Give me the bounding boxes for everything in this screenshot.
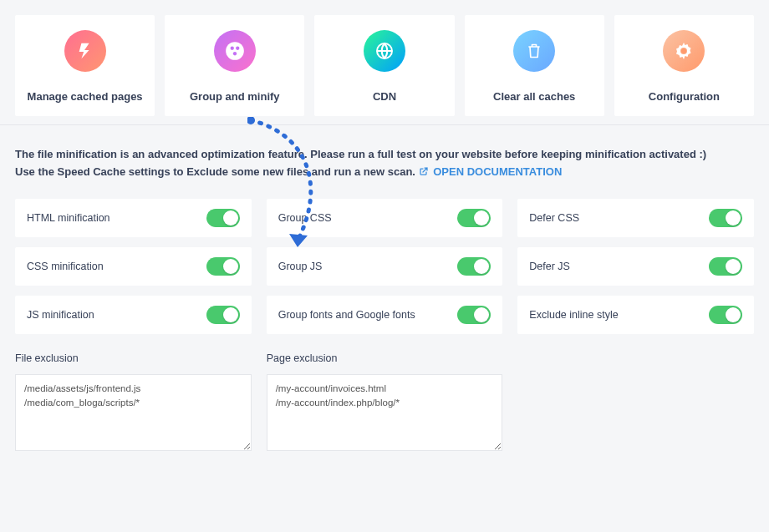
- toggle-label: Group CSS: [278, 212, 332, 224]
- card-label: Clear all caches: [471, 90, 598, 103]
- svg-point-0: [226, 42, 244, 60]
- toggle-label: Group JS: [278, 261, 323, 272]
- globe-icon: [364, 30, 405, 72]
- card-label: CDN: [321, 90, 447, 103]
- svg-point-2: [236, 47, 239, 50]
- trash-icon: [513, 30, 555, 72]
- card-group-and-minify[interactable]: Group and minify: [165, 15, 304, 116]
- toggle-label: JS minification: [27, 309, 94, 321]
- gear-icon: [663, 30, 705, 72]
- toggle-defer-css: Defer CSS: [517, 199, 754, 237]
- file-exclusion-label: File exclusion: [15, 352, 252, 364]
- toggle-defer-js: Defer JS: [517, 247, 754, 286]
- file-exclusion-block: File exclusion: [15, 352, 252, 453]
- toggle-group-css: Group CSS: [267, 199, 503, 237]
- description-block: The file minification is an advanced opt…: [0, 125, 769, 194]
- card-manage-cached-pages[interactable]: Manage cached pages: [15, 15, 155, 116]
- card-clear-all-caches[interactable]: Clear all caches: [465, 15, 604, 116]
- toggle-switch[interactable]: [206, 209, 240, 227]
- toggle-group-fonts: Group fonts and Google fonts: [267, 296, 503, 334]
- card-label: Manage cached pages: [22, 90, 148, 103]
- toggles-grid: HTML minification Group CSS Defer CSS CS…: [0, 194, 769, 334]
- svg-point-1: [230, 47, 233, 50]
- toggle-switch[interactable]: [457, 306, 491, 324]
- bolt-icon: [64, 30, 106, 72]
- toggle-css-minification: CSS minification: [15, 247, 252, 286]
- open-documentation-link[interactable]: OPEN DOCUMENTATION: [419, 165, 563, 178]
- card-label: Group and minify: [171, 90, 298, 103]
- toggle-label: HTML minification: [27, 212, 110, 224]
- file-exclusion-textarea[interactable]: [15, 374, 252, 451]
- desc-line-1: The file minification is an advanced opt…: [15, 145, 754, 163]
- external-link-icon: [419, 164, 429, 181]
- top-nav-cards: Manage cached pages Group and minify CDN…: [0, 0, 769, 125]
- toggle-label: Defer CSS: [529, 212, 579, 224]
- page-exclusion-textarea[interactable]: [267, 374, 503, 451]
- card-label: Configuration: [621, 90, 747, 103]
- svg-point-3: [233, 52, 237, 55]
- toggle-label: CSS minification: [27, 261, 104, 272]
- svg-point-5: [681, 48, 686, 53]
- toggle-switch[interactable]: [206, 257, 240, 276]
- toggle-label: Group fonts and Google fonts: [278, 309, 415, 321]
- toggle-label: Defer JS: [529, 261, 570, 272]
- toggle-js-minification: JS minification: [15, 296, 252, 334]
- toggle-switch[interactable]: [457, 209, 491, 227]
- palette-icon: [214, 30, 256, 72]
- toggle-switch[interactable]: [206, 306, 240, 324]
- exclusion-spacer: [517, 352, 754, 453]
- toggle-switch[interactable]: [709, 257, 742, 276]
- page-exclusion-block: Page exclusion: [267, 352, 503, 453]
- desc-line-2: Use the Speed Cache settings to Exclude …: [15, 163, 754, 181]
- toggle-html-minification: HTML minification: [15, 199, 252, 237]
- toggle-label: Exclude inline style: [529, 309, 618, 321]
- card-cdn[interactable]: CDN: [314, 15, 454, 116]
- card-configuration[interactable]: Configuration: [614, 15, 754, 116]
- toggle-group-js: Group JS: [267, 247, 503, 286]
- exclusion-grid: File exclusion Page exclusion: [0, 334, 769, 469]
- toggle-switch[interactable]: [709, 209, 742, 227]
- page-exclusion-label: Page exclusion: [267, 352, 503, 364]
- toggle-switch[interactable]: [709, 306, 742, 324]
- toggle-exclude-inline-style: Exclude inline style: [517, 296, 754, 334]
- toggle-switch[interactable]: [457, 257, 491, 276]
